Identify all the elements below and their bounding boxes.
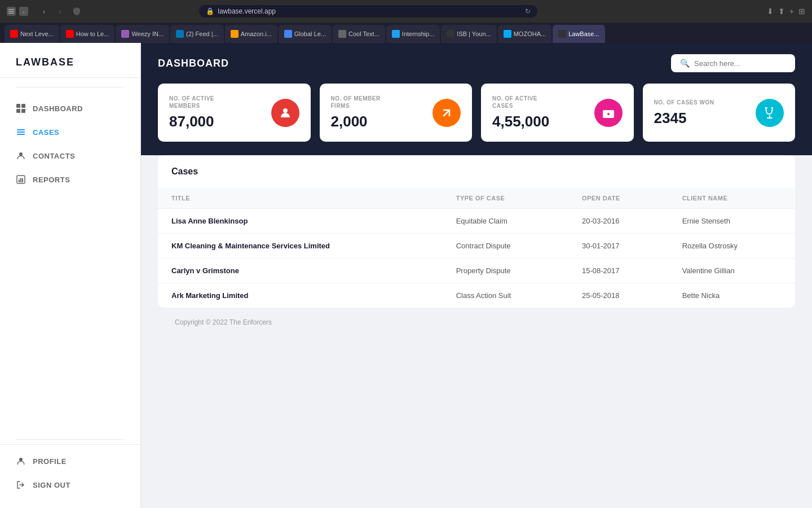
browser-chrome: ⌄ ‹ › 🔒 lawbase.vercel.app ↻ ⬇ ⬆ + xyxy=(0,0,812,43)
svg-rect-4 xyxy=(21,104,25,108)
tab-how-to[interactable]: How to Le... xyxy=(60,25,115,43)
cases-section: Cases TITLE TYPE OF CASE OPEN DATE CLIEN… xyxy=(141,155,812,508)
table-row[interactable]: Ark Marketing Limited Class Action Suit … xyxy=(158,283,795,308)
app-wrapper: LAWBASE DASHBOARD CASES CONTACTS xyxy=(0,43,812,508)
sidebar-nav: DASHBOARD CASES CONTACTS REPORTS xyxy=(0,92,140,435)
stat-label: NO. OF MEMBER FIRMS xyxy=(331,95,381,110)
case-date: 15-08-2017 xyxy=(568,259,669,283)
search-input[interactable] xyxy=(694,59,786,68)
table-row[interactable]: Lisa Anne Blenkinsop Equitable Claim 20-… xyxy=(158,209,795,234)
contacts-label: CONTACTS xyxy=(33,152,75,160)
stat-info: NO. OF MEMBER FIRMS 2,000 xyxy=(331,95,381,130)
sidebar-item-dashboard[interactable]: DASHBOARD xyxy=(0,97,140,120)
tab-isb[interactable]: ISB | Youn... xyxy=(441,25,496,43)
tab-favicon xyxy=(392,30,400,38)
tab-feed[interactable]: (2) Feed |... xyxy=(170,25,224,43)
tab-label: How to Le... xyxy=(76,30,109,37)
main-content: DASHBOARD 🔍 NO. OF ACTIVE MEMBERS 87,000 xyxy=(141,43,812,508)
sidebar-item-cases[interactable]: CASES xyxy=(0,120,140,144)
active-members-icon xyxy=(271,99,299,127)
stat-card-active-members: NO. OF ACTIVE MEMBERS 87,000 xyxy=(158,84,311,142)
signout-icon xyxy=(16,480,26,490)
sidebar-logo: LAWBASE xyxy=(0,43,140,78)
sidebar-toggle-button[interactable] xyxy=(7,7,16,16)
tab-label: LawBase... xyxy=(568,30,599,37)
tab-favicon xyxy=(558,30,566,38)
svg-rect-0 xyxy=(8,9,14,10)
forward-button[interactable]: › xyxy=(53,5,67,18)
sidebar-item-contacts[interactable]: CONTACTS xyxy=(0,144,140,168)
tab-label: ISB | Youn... xyxy=(457,30,491,37)
stat-label: NO. OF ACTIVE MEMBERS xyxy=(169,95,214,110)
sidebar-item-profile[interactable]: PROFILE xyxy=(0,449,140,473)
search-icon: 🔍 xyxy=(680,59,690,68)
grid-button[interactable]: ⊞ xyxy=(798,7,805,16)
share-button[interactable]: ⬆ xyxy=(778,7,785,16)
stats-grid: NO. OF ACTIVE MEMBERS 87,000 NO. OF MEMB… xyxy=(141,84,812,155)
tab-label: Global Le... xyxy=(294,30,326,37)
cases-label: CASES xyxy=(33,128,59,137)
reports-label: REPORTS xyxy=(33,176,70,184)
stat-value: 2345 xyxy=(654,110,714,127)
profile-label: PROFILE xyxy=(33,457,67,466)
tab-internship[interactable]: Internship... xyxy=(386,25,440,43)
svg-point-10 xyxy=(19,152,23,156)
svg-rect-2 xyxy=(8,13,14,14)
tab-favicon xyxy=(231,30,239,38)
tab-cooltext[interactable]: Cool Text... xyxy=(333,25,385,43)
svg-rect-5 xyxy=(16,109,20,113)
refresh-button[interactable]: ↻ xyxy=(525,7,531,15)
tab-favicon xyxy=(338,30,346,38)
svg-rect-6 xyxy=(21,109,25,113)
cases-won-icon xyxy=(756,99,784,127)
back-button[interactable]: ‹ xyxy=(37,5,51,18)
tab-favicon xyxy=(176,30,184,38)
search-box[interactable]: 🔍 xyxy=(671,54,795,72)
stat-card-cases-won: NO. OF CASES WON 2345 xyxy=(643,84,796,142)
table-row[interactable]: KM Cleaning & Maintenance Services Limit… xyxy=(158,234,795,259)
tab-label: Weezy IN... xyxy=(131,30,164,37)
table-header-row: TITLE TYPE OF CASE OPEN DATE CLIENT NAME xyxy=(158,188,795,209)
svg-point-16 xyxy=(283,108,288,113)
svg-rect-9 xyxy=(17,134,25,135)
tab-label: (2) Feed |... xyxy=(186,30,218,37)
svg-rect-14 xyxy=(22,178,23,182)
lock-icon: 🔒 xyxy=(206,7,214,15)
cases-icon xyxy=(16,127,26,137)
case-type: Contract Dispute xyxy=(443,234,568,259)
tab-lawbase[interactable]: LawBase... xyxy=(553,25,604,43)
svg-rect-8 xyxy=(17,132,25,133)
tab-weezy[interactable]: Weezy IN... xyxy=(116,25,169,43)
table-row[interactable]: Carlyn v Grimstone Property Dispute 15-0… xyxy=(158,259,795,283)
stat-label: NO. OF ACTIVE CASES xyxy=(492,95,549,110)
tab-mozoha[interactable]: MOZOHA... xyxy=(498,25,551,43)
dashboard-label: DASHBOARD xyxy=(33,104,83,113)
svg-rect-13 xyxy=(20,178,21,182)
address-bar[interactable]: 🔒 lawbase.vercel.app ↻ xyxy=(199,5,537,17)
table-body: Lisa Anne Blenkinsop Equitable Claim 20-… xyxy=(158,209,795,308)
table-head: TITLE TYPE OF CASE OPEN DATE CLIENT NAME xyxy=(158,188,795,209)
tab-next-level[interactable]: Next Leve... xyxy=(5,25,59,43)
expand-button[interactable]: ⌄ xyxy=(19,7,28,16)
col-type: TYPE OF CASE xyxy=(443,188,568,209)
sidebar-item-reports[interactable]: REPORTS xyxy=(0,168,140,191)
case-date: 30-01-2017 xyxy=(568,234,669,259)
svg-rect-12 xyxy=(19,179,20,182)
tab-favicon xyxy=(121,30,129,38)
sidebar-item-signout[interactable]: SIGN OUT xyxy=(0,473,140,497)
stat-info: NO. OF CASES WON 2345 xyxy=(654,99,714,127)
svg-rect-3 xyxy=(16,104,20,108)
tab-label: Cool Text... xyxy=(348,30,379,37)
dashboard-icon xyxy=(16,103,26,113)
signout-label: SIGN OUT xyxy=(33,481,70,489)
col-title: TITLE xyxy=(158,188,443,209)
tab-label: Next Leve... xyxy=(20,30,54,37)
tab-global[interactable]: Global Le... xyxy=(279,25,332,43)
case-date: 20-03-2016 xyxy=(568,209,669,234)
footer-text: Copyright © 2022 The Enforcers xyxy=(175,318,272,326)
sidebar-bottom: PROFILE SIGN OUT xyxy=(0,444,140,508)
window-controls: ⌄ xyxy=(7,7,28,16)
download-button[interactable]: ⬇ xyxy=(767,7,774,16)
new-tab-button[interactable]: + xyxy=(789,7,794,16)
tab-amazon[interactable]: Amazon.i... xyxy=(225,25,277,43)
